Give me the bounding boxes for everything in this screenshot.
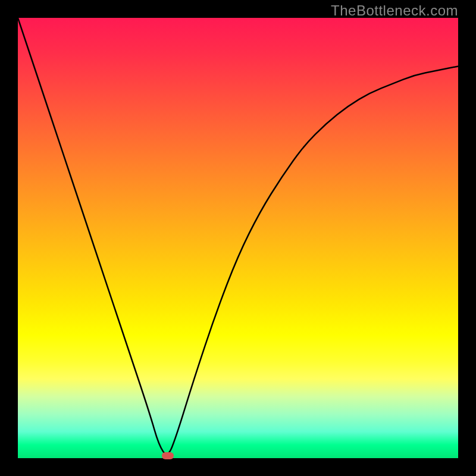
- curve-layer: [18, 18, 458, 458]
- bottleneck-curve: [18, 18, 458, 454]
- optimal-point-marker: [162, 452, 174, 459]
- watermark-text: TheBottleneck.com: [331, 2, 458, 19]
- chart-background: [18, 18, 458, 458]
